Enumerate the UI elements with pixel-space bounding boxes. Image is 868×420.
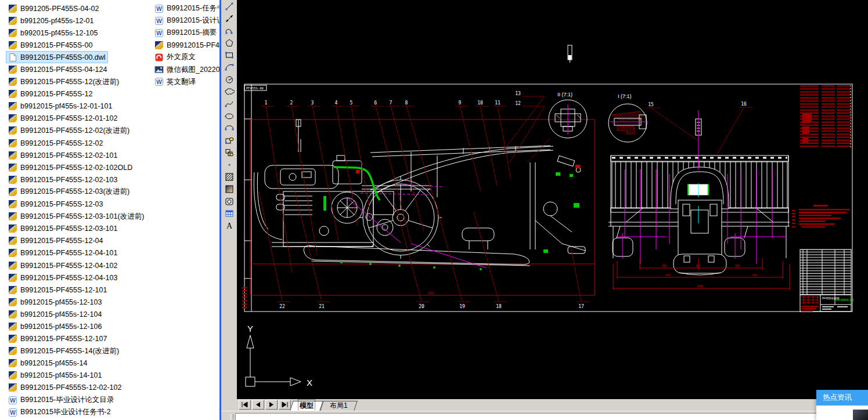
command-input[interactable]	[235, 413, 868, 420]
file-item[interactable]: b9912015-pf455s-14	[6, 357, 89, 370]
tool-ellipse-button[interactable]	[223, 110, 236, 122]
file-name: 外文原文	[167, 52, 196, 62]
tool-rectangle-button[interactable]	[223, 49, 236, 61]
file-item[interactable]: B9912015-PF455S-12-02	[6, 137, 105, 149]
doc-file-icon	[8, 408, 17, 417]
file-item[interactable]: B9912015-PF455S-04-124	[6, 63, 109, 75]
file-item[interactable]: b9912015-pf455s-14-101	[6, 370, 104, 382]
tool-multiline-text-button[interactable]	[223, 220, 236, 231]
tab-layout1[interactable]: 布局1	[322, 401, 356, 411]
file-item[interactable]: b991205-pf455s-12-01	[6, 15, 96, 27]
tool-gradient-button[interactable]	[223, 183, 236, 195]
news-popup[interactable]: 热点资讯	[816, 390, 868, 420]
file-item[interactable]: B99912015-PF455S	[152, 39, 219, 51]
file-item[interactable]: B9912015-PF455S-12-101	[6, 284, 109, 296]
dwg-file-icon	[8, 187, 17, 197]
tool-polyline-button[interactable]	[223, 25, 236, 37]
cad-model-space[interactable]: PF455S-00 1160	[237, 0, 868, 399]
svg-text:13: 13	[515, 91, 521, 96]
tool-line-button[interactable]	[223, 1, 236, 12]
tab-last-button[interactable]	[279, 400, 291, 410]
file-item[interactable]: b9912015-pf455s-12-106	[6, 320, 104, 332]
file-name: B9912015-PF455S-12-02(改进前)	[20, 126, 129, 136]
file-item[interactable]: B9912015-PF455S-12-04-103	[6, 271, 120, 284]
layout-tab-bar: 模型 布局1	[221, 399, 868, 411]
tool-circle-button[interactable]	[223, 74, 236, 85]
file-item[interactable]: B9912015-PF4555S-12-02-102	[6, 382, 124, 394]
news-popup-title[interactable]: 热点资讯	[816, 390, 868, 405]
file-item[interactable]: b9912015-pf455s-12-104	[6, 308, 104, 320]
dwg-file-icon	[8, 261, 17, 270]
file-item[interactable]: B9912015-摘要	[152, 27, 219, 39]
file-item[interactable]: B9912015-PF455S-12-03-101(改进前)	[6, 211, 146, 223]
tool-hatch-button[interactable]	[223, 171, 236, 183]
file-item[interactable]: 英文翻译	[152, 76, 198, 88]
svg-text:18: 18	[496, 304, 502, 309]
file-item[interactable]: B9912015-PF455S-00.dwl	[6, 51, 108, 63]
file-item[interactable]: B9912015-PF455S-12-01-102	[6, 113, 120, 125]
file-item[interactable]: B9912015-PF455S-12(改进前)	[6, 76, 121, 88]
file-item[interactable]: b992015-pf455s-12-105	[6, 27, 100, 39]
file-name: B9912015-摘要	[167, 28, 217, 38]
file-item[interactable]: B9912015-任务书	[152, 2, 219, 15]
file-item[interactable]: b9912015-pf455s-12-103	[6, 296, 104, 308]
dwg-file-icon	[8, 310, 17, 319]
tool-arc-button[interactable]	[223, 61, 236, 73]
file-item[interactable]: B9912015毕业设计任务书-2	[6, 406, 113, 418]
file-item[interactable]: B9912015-PF455S-00	[6, 39, 95, 51]
tool-make-block-button[interactable]	[223, 147, 236, 158]
doc-file-icon	[154, 77, 164, 86]
tool-point-button[interactable]	[223, 159, 236, 171]
tool-insert-block-button[interactable]	[223, 135, 236, 146]
file-item[interactable]: 外文原文	[152, 51, 198, 63]
file-item[interactable]: B9912015-PF455S-12-02-101	[6, 149, 120, 161]
svg-text:300: 300	[696, 264, 701, 267]
tab-model[interactable]: 模型	[291, 401, 322, 411]
file-item[interactable]: B9912015-PF455S-12-02(改进前)	[6, 125, 132, 137]
file-item[interactable]: B991205-PF455S-04-02	[6, 2, 102, 15]
svg-text:6: 6	[374, 100, 377, 106]
dwg-file-icon	[8, 200, 17, 209]
file-name: B9912015-PF455S-12-02-101	[20, 151, 117, 160]
tool-region-button[interactable]	[223, 195, 236, 207]
polyline-icon	[224, 26, 235, 36]
tool-construction-line-button[interactable]	[223, 13, 236, 24]
file-item[interactable]: B9912015-毕业设计论文目录	[6, 394, 116, 406]
dwg-file-icon	[8, 151, 17, 160]
dwg-file-icon	[8, 4, 17, 13]
insert-block-icon	[224, 135, 235, 146]
file-item[interactable]: B9912015-PF455S-12-03	[6, 198, 105, 211]
file-item[interactable]: B9912015-PF455S-12-04	[6, 235, 105, 247]
svg-text:22: 22	[279, 304, 285, 309]
file-item[interactable]: B9912015-设计说明	[152, 15, 219, 27]
tool-ellipse-arc-button[interactable]	[223, 122, 236, 134]
news-thumbnail-image[interactable]	[853, 410, 868, 420]
tool-table-button[interactable]	[223, 208, 236, 219]
file-name: B9912015-毕业设计论文目录	[20, 395, 114, 405]
file-item[interactable]: b9912015-pf455s-12-01-101	[6, 100, 114, 113]
file-item[interactable]: B9912015-PF455S-12-02-103	[6, 173, 120, 186]
file-item[interactable]: B9912015-PF455S-12-02-102OLD	[6, 161, 135, 173]
screen: B991205-PF455S-04-02b991205-pf455s-12-01…	[0, 0, 868, 420]
file-item[interactable]: B9912015-PF455S-12-107	[6, 333, 109, 345]
file-item[interactable]: B9912015-PF455S-12-04-102	[6, 259, 120, 271]
file-name: B9912015-PF455S-12-04-103	[20, 274, 117, 282]
file-name: b9912015-pf455s-12-106	[20, 323, 102, 331]
tab-first-button[interactable]	[239, 400, 251, 410]
tab-next-button[interactable]	[265, 400, 278, 410]
tool-revision-cloud-button[interactable]	[223, 86, 236, 97]
file-item[interactable]: B9912015-PF455S-12-04-101	[6, 247, 120, 259]
file-item[interactable]: B9912015-PF455S-14(改进前)	[6, 345, 121, 357]
file-item[interactable]: B9912015-PF455S-12-03-101	[6, 223, 120, 235]
file-item[interactable]: 微信截图_2022050	[152, 63, 219, 75]
dwg-file-icon	[8, 359, 17, 368]
file-name: B9912015-PF455S-12-03	[20, 200, 103, 208]
file-item[interactable]: B9912015-PF455S-12-03(改进前)	[6, 186, 132, 198]
tab-prev-button[interactable]	[252, 400, 264, 410]
file-name: b9912015-pf455s-14-101	[20, 371, 102, 379]
tool-spline-button[interactable]	[223, 98, 236, 110]
command-window-grip[interactable]	[230, 414, 233, 419]
make-block-icon	[224, 147, 235, 158]
tool-polygon-button[interactable]	[223, 37, 236, 49]
file-item[interactable]: B9912015-PF455S-12	[6, 88, 95, 100]
